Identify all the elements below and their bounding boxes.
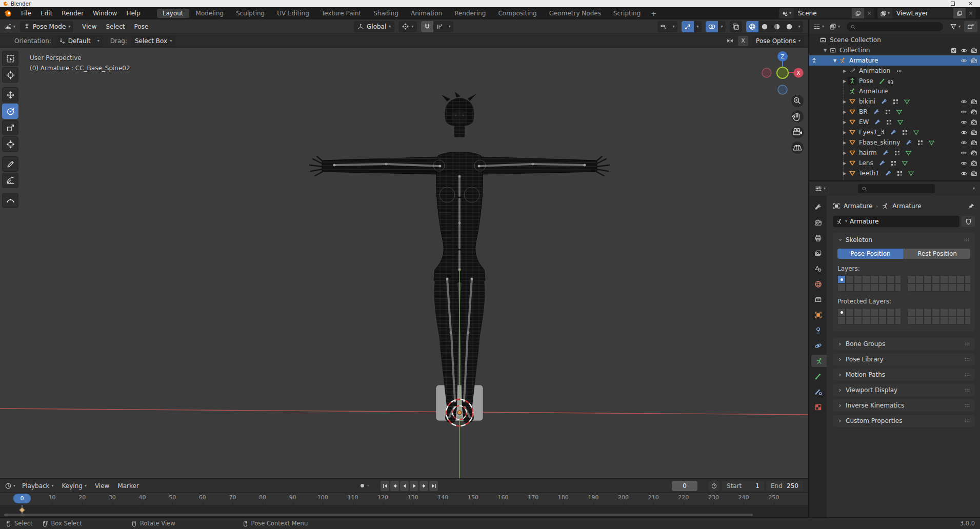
scale-tool-button[interactable] [2,120,18,135]
panel-bone-groups[interactable]: ›Bone Groups [833,338,975,350]
expand-arrow-icon[interactable]: ▶ [842,110,848,114]
timeline-scrollbar[interactable] [4,514,753,516]
layer-cell[interactable] [895,283,901,292]
tab-rendering[interactable]: Rendering [449,9,491,18]
layer-cell[interactable] [965,316,970,324]
layer-cell[interactable] [870,275,878,283]
layer-cell[interactable] [887,283,895,292]
frame-end-field[interactable]: End250 [766,481,803,491]
layer-cell[interactable] [907,308,915,316]
orientation-dropdown[interactable]: Default▾ [55,35,103,47]
layer-cell[interactable] [924,308,932,316]
menu-render[interactable]: Render [57,8,88,19]
editor-type-button[interactable]: ▾ [2,21,18,32]
new-viewlayer-button[interactable] [953,8,966,18]
layer-cell[interactable] [846,308,854,316]
outliner-row-fbase_skinny[interactable]: ▶Fbase_skinny [809,137,980,148]
layer-cell[interactable] [956,283,965,292]
eye-icon[interactable] [961,170,967,177]
tab-animation[interactable]: Animation [405,9,448,18]
panel-viewport-display[interactable]: ›Viewport Display [833,384,975,396]
tab-modeling[interactable]: Modeling [190,9,230,18]
outliner-row-armature[interactable]: Armature [809,86,980,96]
expand-arrow-icon[interactable]: ▶ [842,140,848,145]
layer-cell[interactable] [837,275,846,283]
layer-cell[interactable] [895,275,901,283]
expand-arrow-icon[interactable]: ▶ [842,99,848,104]
drag-dropdown[interactable]: Select Box▾ [131,35,175,47]
camera-icon[interactable] [971,129,977,136]
outliner-row-bikini[interactable]: ▶bikini [809,96,980,107]
keyframe-marker[interactable] [19,507,25,513]
transform-tool-button[interactable] [2,136,18,152]
expand-arrow-icon[interactable]: ▶ [842,161,848,166]
layer-cell[interactable] [965,275,970,283]
camera-icon[interactable] [971,139,977,146]
viewport-canvas[interactable]: User Perspective (0) Armature : CC_Base_… [0,48,808,478]
layer-cell[interactable] [870,316,878,324]
layer-cell[interactable] [854,316,862,324]
expand-arrow-icon[interactable]: ▶ [842,171,848,176]
properties-tab-view-layer[interactable] [811,247,825,259]
scene-selector[interactable]: ▾ Scene × [779,8,874,18]
expand-arrow-icon[interactable]: ▼ [832,58,838,63]
panel-inverse-kinematics[interactable]: ›Inverse Kinematics [833,399,975,412]
properties-editor-type-button[interactable]: ▾ [812,183,828,194]
selectability-visibility-toggle[interactable] [657,21,670,32]
armature-name-field[interactable]: ▾ Armature [833,216,959,227]
show-gizmo-toggle[interactable] [682,21,694,32]
expand-arrow-icon[interactable]: ▶ [842,120,848,125]
layer-cell[interactable] [907,283,915,292]
x-mirror-toggle[interactable]: X [738,36,748,46]
viewport-menu-pose[interactable]: Pose [130,21,153,32]
tab-scripting[interactable]: Scripting [608,9,646,18]
axis-neg-x-handle[interactable] [762,68,771,77]
playhead[interactable]: 0 [13,494,31,503]
eye-icon[interactable] [961,98,967,105]
layer-cell[interactable] [948,316,956,324]
camera-icon[interactable] [971,160,977,167]
properties-tab-collection[interactable] [811,293,825,306]
properties-tab-tool[interactable] [811,201,825,213]
show-overlays-dropdown[interactable]: ▾ [718,25,726,29]
zoom-button[interactable] [791,95,804,107]
annotate-tool-button[interactable] [2,156,18,172]
layer-cell[interactable] [940,283,948,292]
timeline-menu-playback[interactable]: Playback▾ [18,482,58,490]
layer-cell[interactable] [837,283,846,292]
pose-options-dropdown[interactable]: Pose Options▾ [752,35,804,47]
outliner-row-eyes1_3[interactable]: ▶Eyes1_3 [809,127,980,137]
layer-cell[interactable] [878,283,887,292]
eye-icon[interactable] [961,129,967,136]
pose-position-button[interactable]: Pose Position [837,249,904,259]
layer-cell[interactable] [956,316,965,324]
rendered-shading-button[interactable] [783,21,795,32]
snap-target-dropdown[interactable] [433,21,446,32]
axis-z-handle[interactable]: Z [777,51,788,62]
layer-cell[interactable] [924,316,932,324]
layer-cell[interactable] [932,308,940,316]
viewlayer-name[interactable]: ViewLayer [892,10,953,17]
expand-arrow-icon[interactable]: ▶ [842,151,848,155]
layer-cell[interactable] [956,275,965,283]
camera-icon[interactable] [971,170,977,177]
layer-cell[interactable] [965,308,970,316]
jump-to-start-button[interactable] [381,481,389,491]
tab-geometry-nodes[interactable]: Geometry Nodes [544,9,607,18]
layer-cell[interactable] [932,283,940,292]
tab-texture-paint[interactable]: Texture Paint [316,9,367,18]
maximize-button[interactable] [951,1,955,7]
toggle-xray-toggle[interactable] [730,21,742,32]
properties-tab-render[interactable] [811,216,825,229]
layer-cell[interactable] [907,275,915,283]
layer-cell[interactable] [887,275,895,283]
jump-to-previous-keyframe-button[interactable] [390,481,399,491]
tab-layout[interactable]: Layout [157,9,189,18]
camera-icon[interactable] [971,150,977,156]
jump-to-next-keyframe-button[interactable] [419,481,428,491]
shading-dropdown[interactable]: ▾ [795,25,803,29]
timeline-menu-marker[interactable]: Marker [113,482,143,490]
layer-cell[interactable] [837,308,846,316]
new-scene-button[interactable] [852,8,864,18]
expand-arrow-icon[interactable]: ▶ [842,130,848,135]
